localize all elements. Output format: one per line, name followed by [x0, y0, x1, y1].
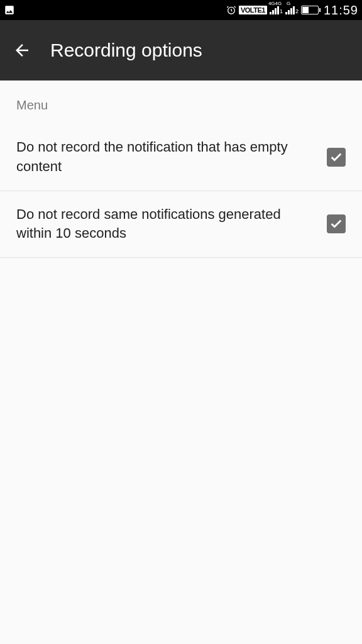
status-time: 11:59	[324, 3, 358, 18]
checkbox-duplicate-notifications[interactable]	[327, 214, 346, 233]
status-bar: VOLTE1 4G 4G 1 G 2 11:59	[0, 0, 362, 20]
network-1-label: 4G	[268, 1, 275, 6]
back-button[interactable]	[13, 41, 31, 60]
status-left	[4, 4, 15, 16]
check-icon	[329, 150, 343, 164]
setting-empty-content[interactable]: Do not record the notification that has …	[0, 124, 362, 191]
signal-1-group: 4G 4G 1	[270, 6, 283, 14]
signal-bars-icon	[270, 6, 279, 14]
setting-duplicate-notifications[interactable]: Do not record same notifications generat…	[0, 191, 362, 258]
section-label: Menu	[0, 80, 362, 124]
signal-2-group: G 2	[285, 6, 299, 14]
sim2-sub: 2	[295, 8, 299, 14]
sim2-label: G	[287, 1, 290, 6]
setting-label: Do not record the notification that has …	[16, 138, 327, 177]
volte-badge: VOLTE1	[239, 6, 267, 14]
signal-bars-2-icon	[285, 6, 295, 14]
alarm-icon	[226, 5, 236, 15]
picture-icon	[4, 4, 15, 16]
sim1-sub: 1	[280, 8, 283, 14]
page-title: Recording options	[50, 40, 202, 61]
content: Menu Do not record the notification that…	[0, 80, 362, 258]
arrow-left-icon	[13, 41, 31, 60]
check-icon	[329, 217, 343, 231]
checkbox-empty-content[interactable]	[327, 148, 346, 167]
status-right: VOLTE1 4G 4G 1 G 2 11:59	[226, 3, 358, 18]
app-bar: Recording options	[0, 20, 362, 80]
setting-label: Do not record same notifications generat…	[16, 205, 327, 244]
network-2-label: 4G	[275, 1, 282, 6]
battery-icon	[301, 6, 319, 14]
